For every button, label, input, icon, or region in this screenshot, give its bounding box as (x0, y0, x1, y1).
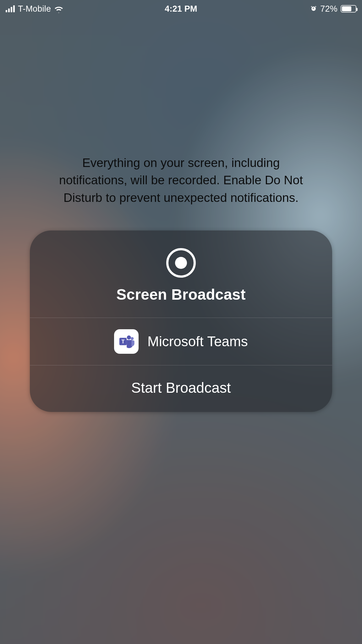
microsoft-teams-icon: T (114, 329, 139, 354)
status-bar-left: T-Mobile (6, 4, 63, 14)
panel-header: Screen Broadcast (30, 230, 332, 318)
status-bar-time: 4:21 PM (165, 4, 197, 14)
broadcast-app-row[interactable]: T Microsoft Teams (30, 318, 332, 365)
wifi-icon (54, 5, 63, 12)
start-broadcast-label: Start Broadcast (131, 379, 231, 396)
alarm-icon (310, 5, 317, 12)
battery-percent-label: 72% (320, 4, 337, 14)
panel-title: Screen Broadcast (116, 286, 245, 303)
broadcast-panel: Screen Broadcast T Microsoft Teams Start… (30, 230, 332, 412)
status-bar: T-Mobile 4:21 PM 72% (0, 0, 362, 18)
svg-text:T: T (122, 339, 125, 344)
battery-icon (341, 5, 356, 13)
record-icon (166, 248, 196, 278)
carrier-label: T-Mobile (18, 4, 51, 14)
battery-fill (342, 6, 351, 11)
broadcast-warning-text: Everything on your screen, including not… (0, 154, 362, 206)
cellular-signal-icon (6, 5, 15, 12)
broadcast-app-label: Microsoft Teams (147, 334, 248, 349)
svg-point-2 (127, 336, 131, 340)
start-broadcast-button[interactable]: Start Broadcast (30, 365, 332, 412)
record-dot (175, 257, 187, 269)
status-bar-right: 72% (310, 4, 356, 14)
svg-point-3 (131, 337, 134, 340)
